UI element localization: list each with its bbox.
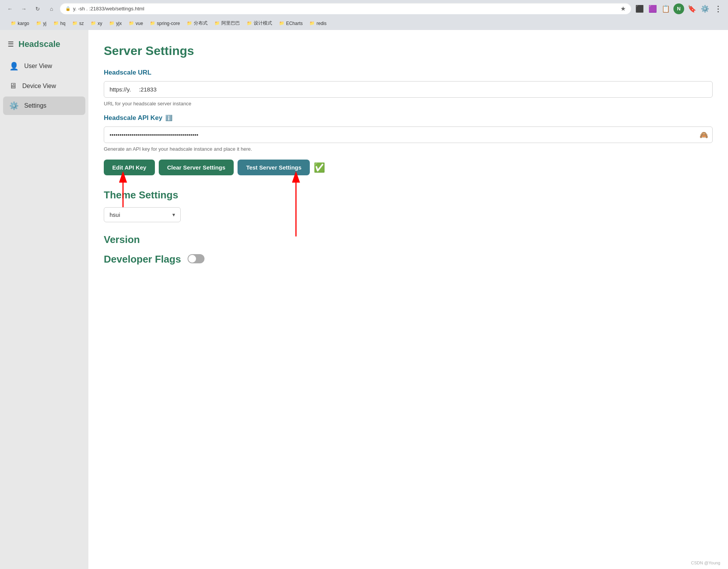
address-bar[interactable]: 🔒 y. -sh . :21833/web/settings.html ★ [60,3,631,14]
browser-actions: ⬛ 🟪 📋 N 🔖 ⚙️ ⋮ [634,3,723,14]
device-icon: 🖥 [9,82,17,90]
api-key-hint: Generate an API key for your headscale i… [104,146,713,152]
folder-icon: 📁 [53,21,59,26]
browser-chrome: ← → ↻ ⌂ 🔒 y. -sh . :21833/web/settings.h… [0,0,728,30]
device-view-label: Device View [22,83,56,90]
hamburger-icon[interactable]: ☰ [8,40,14,48]
extension-2[interactable]: 🟪 [647,3,658,14]
api-key-info-icon[interactable]: ℹ️ [165,115,173,121]
folder-icon: 📁 [150,21,155,26]
folder-icon: 📁 [91,21,96,26]
developer-flags-section: Developer Flags [104,253,713,266]
headscale-url-label: Headscale URL [104,69,713,77]
user-view-label: User View [24,63,52,70]
bookmark-item[interactable]: 📁xy [88,20,105,27]
sidebar-header: ☰ Headscale [0,36,88,57]
headscale-url-input[interactable] [104,81,713,98]
star-icon[interactable]: ★ [620,5,626,12]
bookmarks-bar: 📁kargo📁yj📁hq📁sz📁xy📁yjx📁vue📁spring-core📁分… [5,17,723,30]
extension-3[interactable]: 📋 [660,3,671,14]
api-key-input-wrapper: 🙈 [104,126,713,143]
success-check-icon: ✅ [314,162,325,173]
api-key-section: Headscale API Key ℹ️ 🙈 Generate an API k… [104,114,713,152]
bookmark-item[interactable]: 📁hq [50,20,68,27]
more-button[interactable]: ⋮ [713,3,723,14]
test-server-settings-button[interactable]: Test Server Settings [238,160,310,175]
security-icon: 🔒 [65,6,71,11]
bookmark-item[interactable]: 📁sz [69,20,87,27]
main-content: Server Settings Headscale URL URL for yo… [88,30,728,569]
folder-icon: 📁 [109,21,115,26]
back-button[interactable]: ← [5,3,15,14]
bookmark-item[interactable]: 📁redis [306,20,329,27]
sidebar-nav: 👤 User View 🖥 Device View ⚙️ Settings [0,57,88,115]
address-text: y. -sh . :21833/web/settings.html [73,6,618,12]
folder-icon: 📁 [11,21,16,26]
headscale-url-hint: URL for your headscale server instance [104,101,713,106]
action-buttons-row: Edit API Key Clear Server Settings Test … [104,160,713,175]
folder-icon: 📁 [279,21,284,26]
page-title: Server Settings [104,44,713,58]
theme-settings-section: Theme Settings hsui dark light ▼ [104,189,713,222]
folder-icon: 📁 [129,21,134,26]
bookmark-item[interactable]: 📁设计模式 [244,19,275,28]
clear-server-settings-button[interactable]: Clear Server Settings [159,160,234,175]
bookmark-item[interactable]: 📁ECharts [276,20,306,27]
app-container: ☰ Headscale 👤 User View 🖥 Device View ⚙️… [0,30,728,569]
bookmark-item[interactable]: 📁vue [126,20,146,27]
headscale-url-section: Headscale URL URL for your headscale ser… [104,69,713,106]
toggle-visibility-button[interactable]: 🙈 [700,131,708,139]
edit-api-key-button[interactable]: Edit API Key [104,160,155,175]
extension-1[interactable]: ⬛ [634,3,645,14]
api-key-label: Headscale API Key ℹ️ [104,114,713,122]
browser-toolbar: ← → ↻ ⌂ 🔒 y. -sh . :21833/web/settings.h… [5,3,723,14]
bookmark-item[interactable]: 📁阿里巴巴 [211,19,243,28]
folder-icon: 📁 [214,21,220,26]
extension-5[interactable]: 🔖 [686,3,697,14]
folder-icon: 📁 [187,21,192,26]
bookmark-item[interactable]: 📁spring-core [147,20,183,27]
bookmark-item[interactable]: 📁kargo [8,20,32,27]
developer-flags-toggle[interactable] [188,254,204,266]
sidebar-brand: Headscale [18,39,60,49]
settings-icon: ⚙️ [9,101,19,110]
developer-flags-title: Developer Flags [104,253,713,266]
bookmark-item[interactable]: 📁yjx [106,20,125,27]
bookmark-item[interactable]: 📁分布式 [184,19,211,28]
settings-label: Settings [24,102,47,109]
forward-button[interactable]: → [18,3,29,14]
bookmark-item[interactable]: 📁yj [33,20,50,27]
folder-icon: 📁 [247,21,252,26]
watermark: CSDN @Young [691,561,720,565]
user-icon: 👤 [9,62,19,71]
theme-settings-title: Theme Settings [104,189,713,201]
settings-button[interactable]: ⚙️ [700,3,710,14]
sidebar: ☰ Headscale 👤 User View 🖥 Device View ⚙️… [0,30,88,569]
version-title: Version [104,234,713,246]
folder-icon: 📁 [72,21,78,26]
theme-select-wrapper: hsui dark light ▼ [104,207,181,222]
extension-4[interactable]: N [673,3,684,14]
sidebar-item-settings[interactable]: ⚙️ Settings [3,96,85,115]
folder-icon: 📁 [36,21,42,26]
sidebar-item-device-view[interactable]: 🖥 Device View [3,77,85,95]
sidebar-item-user-view[interactable]: 👤 User View [3,57,85,75]
version-section: Version [104,234,713,246]
reload-button[interactable]: ↻ [32,3,43,14]
theme-select[interactable]: hsui dark light [104,207,181,222]
folder-icon: 📁 [309,21,315,26]
api-key-input[interactable] [104,126,713,143]
home-button[interactable]: ⌂ [46,3,57,14]
